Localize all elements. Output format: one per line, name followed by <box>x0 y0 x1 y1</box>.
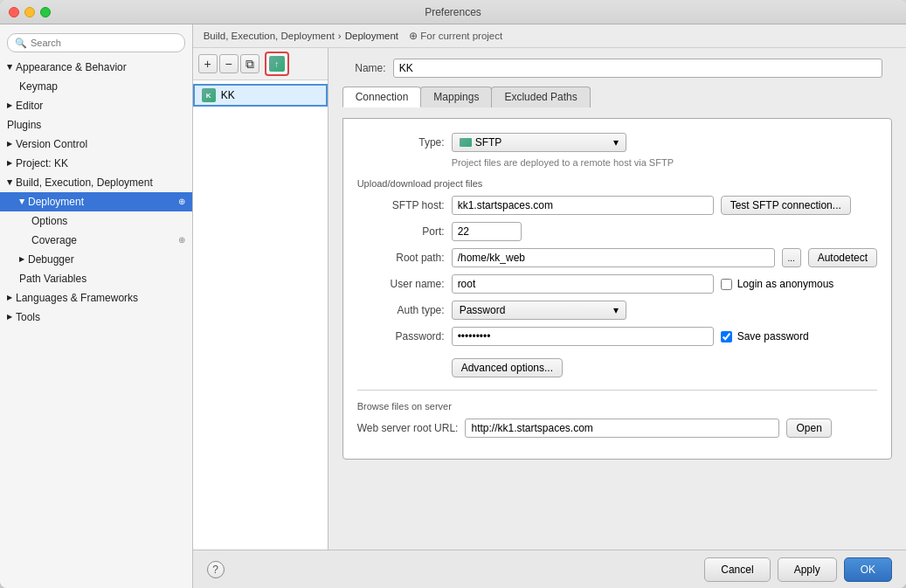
auth-type-select[interactable]: Password ▾ <box>452 301 626 320</box>
save-password-label: Save password <box>737 330 809 342</box>
root-path-input[interactable] <box>452 248 775 267</box>
sidebar-item-label: Tools <box>16 309 40 325</box>
tab-excluded-paths[interactable]: Excluded Paths <box>491 86 590 107</box>
port-input[interactable] <box>452 222 522 241</box>
sidebar: 🔍 ▶ Appearance & Behavior Keymap ▶ Edito… <box>0 24 193 588</box>
password-input[interactable] <box>452 327 714 346</box>
maximize-button[interactable] <box>40 7 51 17</box>
sidebar-item-label: Plugins <box>7 117 41 133</box>
sidebar-item-appearance[interactable]: ▶ Appearance & Behavior <box>0 58 192 77</box>
breadcrumb-separator: › <box>338 31 342 41</box>
root-path-row: Root path: ... Autodetect <box>357 248 877 267</box>
separator <box>357 390 877 391</box>
bottom-buttons: Cancel Apply OK <box>704 557 892 582</box>
for-current-project: ⊕ For current project <box>409 30 502 42</box>
name-row: Name: <box>342 59 892 78</box>
password-label: Password: <box>357 330 445 342</box>
name-input[interactable] <box>393 59 882 78</box>
arrow-icon: ▶ <box>7 136 12 152</box>
config-panel: Name: Connection Mappings Excluded Paths <box>329 48 906 550</box>
add-server-button[interactable]: + <box>198 54 218 73</box>
sidebar-item-label: Appearance & Behavior <box>16 59 127 75</box>
login-anon-row: Login as anonymous <box>721 278 834 290</box>
server-item-icon-label: K <box>206 92 211 100</box>
tab-content-connection: Type: SFTP ▾ Project files are deployed … <box>342 118 892 460</box>
coverage-icon: ⊕ <box>178 232 185 248</box>
sftp-icon <box>460 138 472 147</box>
advanced-options-row: Advanced options... <box>452 358 877 377</box>
advanced-options-button[interactable]: Advanced options... <box>452 358 563 377</box>
open-button[interactable]: Open <box>786 419 831 438</box>
arrow-icon: ▶ <box>7 98 12 114</box>
cancel-button[interactable]: Cancel <box>704 557 770 582</box>
sidebar-item-label: Version Control <box>16 136 87 152</box>
sidebar-item-label: Debugger <box>28 252 74 267</box>
sidebar-item-tools[interactable]: ▶ Tools <box>0 308 192 327</box>
bottom-bar: ? Cancel Apply OK <box>193 550 906 588</box>
login-anon-checkbox[interactable] <box>721 279 732 290</box>
port-row: Port: <box>357 222 877 241</box>
copy-server-button[interactable]: ⧉ <box>240 54 259 73</box>
sidebar-item-debugger[interactable]: ▶ Debugger <box>0 250 192 269</box>
user-name-input[interactable] <box>452 274 714 294</box>
type-label: Type: <box>357 136 445 149</box>
sftp-host-label: SFTP host: <box>357 199 445 211</box>
sidebar-item-label: Project: KK <box>16 156 68 171</box>
sidebar-item-label: Editor <box>16 98 43 114</box>
sidebar-item-editor[interactable]: ▶ Editor <box>0 96 192 115</box>
server-action-button[interactable]: ↑ <box>265 52 289 76</box>
sidebar-item-path-variables[interactable]: Path Variables <box>0 269 192 288</box>
sidebar-item-project-kk[interactable]: ▶ Project: KK <box>0 154 192 173</box>
sftp-host-input[interactable] <box>452 196 714 215</box>
sidebar-item-label: Path Variables <box>19 271 86 287</box>
web-url-row: Web server root URL: Open <box>357 419 877 438</box>
breadcrumb-bar: Build, Execution, Deployment › Deploymen… <box>193 24 906 48</box>
help-button[interactable]: ? <box>207 561 225 578</box>
sidebar-item-version-control[interactable]: ▶ Version Control <box>0 135 192 154</box>
sidebar-item-keymap[interactable]: Keymap <box>0 77 192 96</box>
save-password-row: Save password <box>721 330 809 342</box>
server-list-panel: + − ⧉ ↑ K <box>193 48 329 550</box>
breadcrumb-path: Build, Execution, Deployment <box>204 31 335 41</box>
type-select[interactable]: SFTP ▾ <box>452 133 626 152</box>
arrow-icon: ▶ <box>14 199 30 204</box>
autodetect-button[interactable]: Autodetect <box>808 248 877 267</box>
arrow-icon: ▶ <box>7 290 12 306</box>
sidebar-item-plugins[interactable]: Plugins <box>0 115 192 135</box>
remove-server-button[interactable]: − <box>219 54 239 73</box>
sidebar-item-deployment[interactable]: ▶ Deployment ⊕ <box>0 192 192 211</box>
tab-connection[interactable]: Connection <box>342 86 422 107</box>
arrow-icon: ▶ <box>7 156 12 171</box>
arrow-icon: ▶ <box>2 180 17 185</box>
sidebar-item-coverage[interactable]: Coverage ⊕ <box>0 231 192 250</box>
window-title: Preferences <box>425 6 481 18</box>
close-button[interactable] <box>9 7 19 17</box>
chevron-down-icon: ▾ <box>613 304 619 316</box>
browse-root-path-button[interactable]: ... <box>782 248 801 267</box>
apply-button[interactable]: Apply <box>778 557 837 582</box>
tab-mappings[interactable]: Mappings <box>420 86 492 107</box>
title-bar: Preferences <box>0 0 906 24</box>
type-row: Type: SFTP ▾ <box>357 133 877 152</box>
save-password-checkbox[interactable] <box>721 331 732 342</box>
search-container[interactable]: 🔍 <box>7 33 185 52</box>
sidebar-item-languages[interactable]: ▶ Languages & Frameworks <box>0 288 192 308</box>
user-name-label: User name: <box>357 278 445 290</box>
test-connection-button[interactable]: Test SFTP connection... <box>721 196 851 215</box>
sidebar-item-build[interactable]: ▶ Build, Execution, Deployment <box>0 173 192 192</box>
password-row: Password: Save password <box>357 327 877 346</box>
search-input[interactable] <box>31 38 177 48</box>
web-url-input[interactable] <box>465 419 779 438</box>
server-item-kk[interactable]: K KK <box>193 84 328 107</box>
minimize-button[interactable] <box>24 7 35 17</box>
tabs: Connection Mappings Excluded Paths <box>342 86 892 107</box>
server-toolbar: + − ⧉ ↑ <box>193 48 328 80</box>
auth-type-value: Password <box>460 304 506 316</box>
upload-section-title: Upload/download project files <box>357 178 877 189</box>
sidebar-item-options[interactable]: Options <box>0 211 192 231</box>
user-name-row: User name: Login as anonymous <box>357 274 877 294</box>
ok-button[interactable]: OK <box>844 557 892 582</box>
login-anon-label: Login as anonymous <box>737 278 834 290</box>
server-icon-symbol: ↑ <box>274 59 279 69</box>
chevron-down-icon: ▾ <box>613 136 619 149</box>
